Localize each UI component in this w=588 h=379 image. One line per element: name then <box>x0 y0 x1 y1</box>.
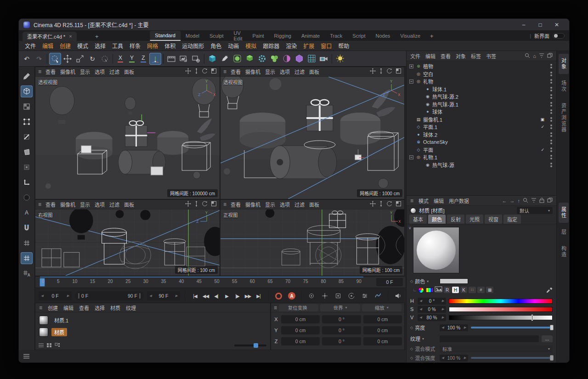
y-axis-lock[interactable]: Y <box>126 53 137 65</box>
spin-up-icon[interactable]: ▶ <box>175 294 178 298</box>
menu-item[interactable]: 窗口 <box>317 42 335 50</box>
modeling-tool-icon[interactable] <box>256 53 268 65</box>
menu-item[interactable]: 跟踪器 <box>260 42 283 50</box>
visibility-dots[interactable] <box>550 117 552 122</box>
menu-item[interactable]: 样条 <box>126 42 144 50</box>
snap-icon[interactable] <box>21 222 33 234</box>
menu-item[interactable]: 过滤 <box>294 68 305 75</box>
menu-item[interactable]: 工具 <box>109 42 126 50</box>
menu-item[interactable]: 角色 <box>207 42 225 50</box>
spin-down-icon[interactable]: ◀ <box>419 316 422 319</box>
spin-down-icon[interactable]: ◀ <box>149 294 152 298</box>
object-name[interactable]: 热气球-源.1 <box>432 101 556 108</box>
object-row[interactable]: ◇ 平面.1 ✓ <box>407 123 556 131</box>
dock-tab[interactable]: 资产浏览器 <box>559 99 569 137</box>
layout-tab[interactable]: Track <box>325 31 347 41</box>
menu-item[interactable]: 选项 <box>95 68 105 75</box>
menu-item[interactable]: 编辑 <box>63 304 74 311</box>
add-layout-button[interactable]: + <box>425 31 438 41</box>
channel-tab[interactable]: 基本 <box>409 215 427 224</box>
menu-item[interactable]: 书签 <box>486 52 496 60</box>
spline-pen-icon[interactable] <box>219 53 231 65</box>
menu-item[interactable]: 编辑 <box>434 197 444 204</box>
menu-item[interactable]: 摄像机 <box>245 201 260 208</box>
auto-workplane-icon[interactable]: A <box>21 267 33 279</box>
menu-item[interactable]: 过滤 <box>109 201 119 208</box>
spin-down-icon[interactable]: ◀ <box>419 307 422 311</box>
menu-item[interactable]: 模拟 <box>242 42 260 50</box>
menu-item[interactable]: 运动图形 <box>179 42 207 50</box>
menu-item[interactable]: 模式 <box>74 42 91 50</box>
menu-item[interactable]: 选择 <box>95 304 105 311</box>
up-icon[interactable]: ↑ <box>518 198 520 204</box>
viewport-canvas[interactable]: YX 正视图 网格间距 : 100 cm <box>220 209 404 276</box>
layout-tab[interactable]: Animate <box>296 31 325 41</box>
mograph-cloner-icon[interactable] <box>268 53 280 65</box>
polygon-mode-icon[interactable] <box>21 146 33 158</box>
menu-item[interactable]: 体积 <box>161 42 179 50</box>
visibility-dots[interactable] <box>550 132 552 137</box>
visibility-dots[interactable] <box>550 64 552 68</box>
layout-tab[interactable]: UV Edit <box>229 31 248 41</box>
record-keyframe-icon[interactable] <box>273 291 283 301</box>
transport-button[interactable]: ◀| <box>211 291 221 301</box>
transport-button[interactable]: ▶▶ <box>243 291 253 301</box>
live-selection-icon[interactable] <box>49 53 61 65</box>
menu-item[interactable]: 过滤 <box>109 68 119 75</box>
expander-icon[interactable] <box>409 147 413 152</box>
remesh-icon[interactable] <box>305 53 317 65</box>
object-row[interactable]: ◇ 平面 ✓ <box>407 146 556 154</box>
layout-tab[interactable]: Paint <box>247 31 269 41</box>
search-icon[interactable] <box>525 53 530 59</box>
panel-menu-icon[interactable]: ≡ <box>223 68 226 75</box>
menu-item[interactable]: 显示 <box>80 201 90 208</box>
list-view-icon[interactable] <box>38 341 44 350</box>
document-tab[interactable]: 歪果不求仁.c4d * × <box>23 32 77 41</box>
value-gradient-bar[interactable] <box>449 315 553 320</box>
object-row[interactable]: + ⊛ 植物 <box>407 62 556 70</box>
material-item[interactable]: 材质 <box>37 326 268 338</box>
transport-button[interactable]: ▶| <box>253 291 264 301</box>
current-frame-field[interactable]: 0 F <box>376 278 403 286</box>
add-cube-icon[interactable] <box>206 53 218 65</box>
menu-item[interactable]: 扩展 <box>300 42 317 50</box>
swatch-grid-icon[interactable]: ▦ <box>486 287 493 293</box>
menu-item[interactable]: 查看 <box>45 68 56 75</box>
menu-item[interactable]: 选项 <box>280 201 290 208</box>
object-row[interactable]: ◎ 空白 <box>407 70 556 78</box>
menu-item[interactable]: 渲染 <box>283 42 300 50</box>
scale-field[interactable]: 0 cm <box>363 337 402 345</box>
keyframe-selection-icon[interactable] <box>306 291 317 301</box>
rotate-view-icon[interactable] <box>386 68 392 76</box>
menu-item[interactable]: 面板 <box>309 201 319 208</box>
undo-icon[interactable]: ↶ <box>21 53 33 65</box>
menu-item[interactable]: 显示 <box>265 68 275 75</box>
hue-field[interactable]: ◀0 °▶ <box>418 298 446 305</box>
render-to-picture-viewer-icon[interactable] <box>178 53 190 65</box>
spin-up-icon[interactable]: ▶ <box>67 294 69 298</box>
visibility-dots[interactable] <box>550 124 552 129</box>
coordinate-system-icon[interactable] <box>149 53 161 65</box>
texture-browse-button[interactable]: ... <box>542 335 553 342</box>
visibility-dots[interactable] <box>550 72 552 76</box>
grid-view-icon[interactable] <box>46 341 52 350</box>
axis-mode-icon[interactable] <box>21 176 33 188</box>
material-item[interactable]: 材质.1 <box>37 314 268 326</box>
menu-item[interactable]: 显示 <box>265 201 275 208</box>
layout-menu-icon[interactable] <box>23 352 30 361</box>
transport-button[interactable]: ◀◀ <box>200 291 211 301</box>
visibility-dots[interactable] <box>550 140 552 144</box>
close-tab-icon[interactable]: × <box>69 34 72 39</box>
visibility-dots[interactable] <box>550 163 552 167</box>
filter-icon[interactable] <box>531 198 537 204</box>
object-row[interactable]: ◉ 热气球-源.2 <box>407 93 556 101</box>
object-name[interactable]: 礼物.1 <box>423 153 556 161</box>
layout-tab[interactable]: Script <box>347 31 370 41</box>
color-mode-button[interactable]: H <box>452 287 459 293</box>
saturation-field[interactable]: ◀0 %▶ <box>418 306 446 313</box>
menu-item[interactable]: 动画 <box>225 42 242 50</box>
object-row[interactable]: ● 球体.2 <box>407 131 556 139</box>
menu-item[interactable]: 摄像机 <box>245 68 260 75</box>
visibility-dots[interactable] <box>550 109 552 114</box>
object-name[interactable]: 植物 <box>423 62 556 70</box>
